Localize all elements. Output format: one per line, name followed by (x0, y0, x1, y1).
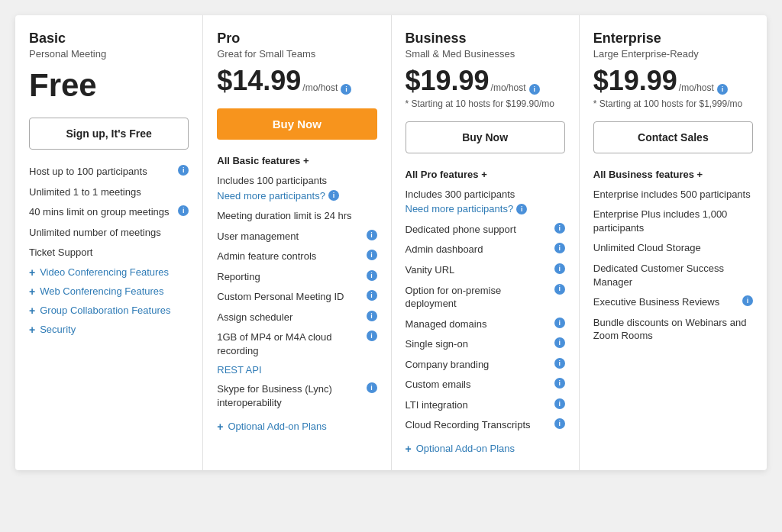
price-info-icon-pro[interactable]: i (341, 84, 351, 95)
more-participants-link[interactable]: Need more participants? (406, 202, 514, 216)
list-item: Company brandingi (406, 358, 565, 372)
list-item: Single sign-oni (406, 337, 565, 351)
list-item: Host up to 100 participantsi (29, 165, 189, 179)
list-item: Unlimited 1 to 1 meetings (29, 185, 189, 199)
list-item: Meeting duration limit is 24 hrs (217, 209, 376, 223)
info-icon[interactable]: i (328, 190, 339, 201)
list-item: Reportingi (217, 270, 376, 284)
info-icon[interactable]: i (554, 284, 565, 295)
plan-price-amount-business: $19.99 (406, 67, 490, 95)
info-icon[interactable]: i (367, 270, 377, 281)
info-icon[interactable]: i (554, 337, 565, 348)
expand-label: Security (40, 324, 76, 335)
list-item: Ticket Support (29, 246, 189, 260)
info-icon[interactable]: i (742, 295, 753, 306)
plan-subtitle-business: Small & Med Businesses (406, 48, 565, 60)
plan-subtitle-basic: Personal Meeting (29, 48, 189, 60)
info-icon[interactable]: i (554, 263, 565, 274)
expand-label: Video Conferencing Features (40, 266, 169, 278)
expand-row[interactable]: +Web Conferencing Features (29, 285, 189, 298)
plan-name-basic: Basic (29, 31, 189, 47)
info-icon[interactable]: i (178, 165, 189, 176)
list-item: Assign scheduleri (217, 311, 376, 324)
plan-price-row-pro: $14.99/mo/hosti (217, 67, 376, 95)
plan-price-amount-pro: $14.99 (217, 67, 301, 95)
list-item: Admin dashboardi (406, 243, 565, 256)
info-icon[interactable]: i (367, 250, 377, 260)
info-icon[interactable]: i (367, 290, 377, 301)
list-item: Vanity URLi (406, 263, 565, 277)
info-icon[interactable]: i (554, 223, 565, 234)
expand-plus-icon: + (29, 305, 35, 317)
plan-price-amount-enterprise: $19.99 (593, 67, 677, 95)
list-item: Option for on-premise deploymenti (406, 284, 565, 311)
plan-price-per-business: /mo/host (491, 82, 526, 93)
info-icon[interactable]: i (554, 243, 565, 253)
info-icon[interactable]: i (178, 205, 189, 216)
plan-col-basic: BasicPersonal MeetingFreeSign up, It's F… (15, 15, 203, 470)
list-item: Unlimited Cloud Storage (593, 241, 753, 255)
pricing-table: BasicPersonal MeetingFreeSign up, It's F… (15, 15, 767, 470)
info-icon[interactable]: i (554, 398, 565, 409)
addon-label: Optional Add-on Plans (416, 443, 515, 454)
more-participants-link[interactable]: Need more participants? (217, 189, 325, 203)
info-icon[interactable]: i (554, 318, 565, 328)
plan-price-row-enterprise: $19.99/mo/hosti (593, 67, 753, 95)
plan-price-note-business: * Starting at 10 hosts for $199.90/mo (406, 98, 565, 111)
price-info-icon-business[interactable]: i (529, 84, 540, 95)
plan-col-enterprise: EnterpriseLarge Enterprise-Ready$19.99/m… (580, 15, 767, 470)
expand-label: Web Conferencing Features (40, 285, 163, 297)
list-item: Dedicated phone supporti (406, 223, 565, 237)
plan-price-note-enterprise: * Starting at 100 hosts for $1,999/mo (593, 98, 753, 111)
info-icon[interactable]: i (367, 311, 377, 321)
list-item: Enterprise includes 500 participants (593, 188, 753, 202)
features-header-enterprise: All Business features + (593, 169, 753, 180)
info-icon[interactable]: i (554, 378, 565, 389)
expand-plus-icon: + (29, 266, 35, 279)
expand-row[interactable]: +Group Collaboration Features (29, 305, 189, 317)
plan-price-row-business: $19.99/mo/hosti (406, 67, 565, 95)
plan-subtitle-enterprise: Large Enterprise-Ready (593, 48, 753, 60)
info-icon[interactable]: i (554, 418, 565, 429)
list-item: LTI integrationi (406, 398, 565, 412)
plan-price-per-enterprise: /mo/host (679, 82, 714, 93)
addon-plus-icon: + (406, 443, 412, 455)
list-item: Skype for Business (Lync) interoperabili… (217, 382, 376, 409)
cta-button-basic[interactable]: Sign up, It's Free (29, 118, 189, 150)
list-item: Managed domainsi (406, 318, 565, 331)
info-icon[interactable]: i (554, 358, 565, 369)
expand-plus-icon: + (29, 324, 35, 336)
cta-button-enterprise[interactable]: Contact Sales (593, 121, 753, 153)
cta-button-business[interactable]: Buy Now (406, 121, 565, 153)
plan-name-enterprise: Enterprise (593, 31, 753, 47)
list-item: Custom emailsi (406, 378, 565, 392)
plan-col-pro: ProGreat for Small Teams$14.99/mo/hostiB… (203, 15, 391, 470)
list-item: Cloud Recording Transcriptsi (406, 418, 565, 432)
plan-price-per-pro: /mo/host (302, 82, 338, 93)
list-item: Unlimited number of meetings (29, 226, 189, 240)
addon-row-pro[interactable]: +Optional Add-on Plans (217, 421, 376, 433)
plan-name-business: Business (406, 31, 565, 47)
expand-row[interactable]: +Security (29, 324, 189, 336)
expand-row[interactable]: +Video Conferencing Features (29, 266, 189, 279)
plan-name-pro: Pro (217, 31, 376, 47)
price-info-icon-enterprise[interactable]: i (717, 84, 728, 95)
plan-subtitle-pro: Great for Small Teams (217, 48, 376, 60)
addon-label: Optional Add-on Plans (228, 421, 326, 432)
list-item: 40 mins limit on group meetingsi (29, 205, 189, 219)
rest-api-link[interactable]: REST API (217, 364, 376, 376)
plan-price-basic: Free (29, 67, 189, 104)
list-item: Enterprise Plus includes 1,000 participa… (593, 208, 753, 234)
expand-plus-icon: + (29, 285, 35, 298)
info-icon[interactable]: i (367, 382, 377, 393)
plan-col-business: BusinessSmall & Med Businesses$19.99/mo/… (392, 15, 580, 470)
list-item: User managementi (217, 230, 376, 243)
info-icon[interactable]: i (367, 330, 377, 341)
list-item: Includes 100 participantsNeed more parti… (217, 174, 376, 202)
list-item: Executive Business Reviewsi (593, 295, 753, 309)
cta-button-pro[interactable]: Buy Now (217, 108, 376, 140)
info-icon[interactable]: i (367, 230, 377, 240)
features-header-business: All Pro features + (406, 169, 565, 180)
addon-row-business[interactable]: +Optional Add-on Plans (406, 443, 565, 455)
info-icon[interactable]: i (516, 204, 527, 214)
